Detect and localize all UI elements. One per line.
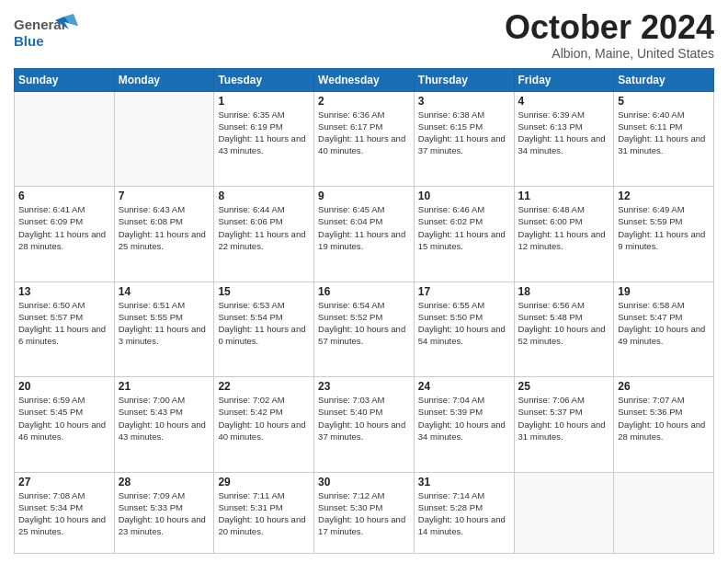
col-friday: Friday bbox=[514, 68, 614, 91]
day-info: Sunrise: 6:58 AM Sunset: 5:47 PM Dayligh… bbox=[618, 299, 710, 348]
calendar-cell: 6Sunrise: 6:41 AM Sunset: 6:09 PM Daylig… bbox=[15, 187, 115, 282]
calendar-cell: 25Sunrise: 7:06 AM Sunset: 5:37 PM Dayli… bbox=[514, 377, 614, 472]
day-number: 17 bbox=[418, 285, 510, 298]
col-monday: Monday bbox=[114, 68, 214, 91]
calendar-cell: 26Sunrise: 7:07 AM Sunset: 5:36 PM Dayli… bbox=[614, 377, 714, 472]
calendar-cell bbox=[114, 91, 214, 186]
day-number: 26 bbox=[618, 380, 710, 393]
calendar-cell: 3Sunrise: 6:38 AM Sunset: 6:15 PM Daylig… bbox=[414, 91, 514, 186]
day-number: 3 bbox=[418, 95, 510, 108]
day-number: 30 bbox=[318, 476, 410, 488]
day-info: Sunrise: 6:55 AM Sunset: 5:50 PM Dayligh… bbox=[418, 299, 510, 348]
calendar-cell: 17Sunrise: 6:55 AM Sunset: 5:50 PM Dayli… bbox=[414, 282, 514, 376]
logo-bird-icon: General Blue bbox=[14, 9, 78, 55]
calendar-cell: 8Sunrise: 6:44 AM Sunset: 6:06 PM Daylig… bbox=[214, 187, 314, 282]
calendar-cell: 7Sunrise: 6:43 AM Sunset: 6:08 PM Daylig… bbox=[114, 187, 214, 282]
day-info: Sunrise: 6:36 AM Sunset: 6:17 PM Dayligh… bbox=[318, 109, 410, 157]
calendar-cell: 1Sunrise: 6:35 AM Sunset: 6:19 PM Daylig… bbox=[214, 91, 314, 186]
calendar-table: Sunday Monday Tuesday Wednesday Thursday… bbox=[14, 68, 714, 554]
day-info: Sunrise: 6:46 AM Sunset: 6:02 PM Dayligh… bbox=[418, 203, 510, 252]
day-info: Sunrise: 7:03 AM Sunset: 5:40 PM Dayligh… bbox=[318, 394, 410, 442]
day-info: Sunrise: 7:07 AM Sunset: 5:36 PM Dayligh… bbox=[618, 394, 710, 442]
calendar-cell: 13Sunrise: 6:50 AM Sunset: 5:57 PM Dayli… bbox=[15, 282, 115, 376]
calendar-cell bbox=[614, 472, 714, 553]
day-info: Sunrise: 7:12 AM Sunset: 5:30 PM Dayligh… bbox=[318, 489, 410, 538]
day-info: Sunrise: 6:43 AM Sunset: 6:08 PM Dayligh… bbox=[119, 203, 210, 252]
day-info: Sunrise: 6:56 AM Sunset: 5:48 PM Dayligh… bbox=[518, 299, 610, 348]
day-number: 20 bbox=[18, 380, 110, 393]
logo: General Blue bbox=[14, 9, 78, 55]
day-number: 10 bbox=[418, 190, 510, 202]
day-number: 8 bbox=[218, 190, 310, 202]
page: General Blue October 2024 Albion, Maine,… bbox=[0, 0, 728, 563]
day-info: Sunrise: 6:53 AM Sunset: 5:54 PM Dayligh… bbox=[218, 299, 310, 348]
calendar-header-row: Sunday Monday Tuesday Wednesday Thursday… bbox=[15, 68, 714, 91]
calendar-cell: 9Sunrise: 6:45 AM Sunset: 6:04 PM Daylig… bbox=[314, 187, 415, 282]
calendar-cell: 27Sunrise: 7:08 AM Sunset: 5:34 PM Dayli… bbox=[15, 472, 115, 553]
calendar-cell: 14Sunrise: 6:51 AM Sunset: 5:55 PM Dayli… bbox=[114, 282, 214, 376]
day-info: Sunrise: 6:41 AM Sunset: 6:09 PM Dayligh… bbox=[18, 203, 110, 252]
calendar-cell: 16Sunrise: 6:54 AM Sunset: 5:52 PM Dayli… bbox=[314, 282, 415, 376]
calendar-cell: 18Sunrise: 6:56 AM Sunset: 5:48 PM Dayli… bbox=[514, 282, 614, 376]
day-info: Sunrise: 7:09 AM Sunset: 5:33 PM Dayligh… bbox=[119, 489, 210, 538]
calendar-cell bbox=[15, 91, 115, 186]
calendar-cell: 4Sunrise: 6:39 AM Sunset: 6:13 PM Daylig… bbox=[514, 91, 614, 186]
calendar-cell: 29Sunrise: 7:11 AM Sunset: 5:31 PM Dayli… bbox=[214, 472, 314, 553]
calendar-cell: 11Sunrise: 6:48 AM Sunset: 6:00 PM Dayli… bbox=[514, 187, 614, 282]
day-number: 1 bbox=[218, 95, 310, 108]
day-number: 25 bbox=[518, 380, 610, 393]
title-block: October 2024 Albion, Maine, United State… bbox=[505, 9, 714, 61]
day-number: 23 bbox=[318, 380, 410, 393]
calendar-cell: 31Sunrise: 7:14 AM Sunset: 5:28 PM Dayli… bbox=[414, 472, 514, 553]
calendar-cell: 28Sunrise: 7:09 AM Sunset: 5:33 PM Dayli… bbox=[114, 472, 214, 553]
col-saturday: Saturday bbox=[614, 68, 714, 91]
day-number: 11 bbox=[518, 190, 610, 202]
day-number: 29 bbox=[218, 476, 310, 488]
day-number: 13 bbox=[18, 285, 110, 298]
calendar-week-4: 20Sunrise: 6:59 AM Sunset: 5:45 PM Dayli… bbox=[15, 377, 714, 472]
calendar-cell: 19Sunrise: 6:58 AM Sunset: 5:47 PM Dayli… bbox=[614, 282, 714, 376]
day-number: 31 bbox=[418, 476, 510, 488]
day-number: 2 bbox=[318, 95, 410, 108]
day-info: Sunrise: 6:45 AM Sunset: 6:04 PM Dayligh… bbox=[318, 203, 410, 252]
svg-text:General: General bbox=[14, 17, 65, 32]
day-number: 4 bbox=[518, 95, 610, 108]
day-number: 22 bbox=[218, 380, 310, 393]
calendar-week-5: 27Sunrise: 7:08 AM Sunset: 5:34 PM Dayli… bbox=[15, 472, 714, 553]
calendar-cell: 5Sunrise: 6:40 AM Sunset: 6:11 PM Daylig… bbox=[614, 91, 714, 186]
day-number: 6 bbox=[18, 190, 110, 202]
day-info: Sunrise: 6:51 AM Sunset: 5:55 PM Dayligh… bbox=[119, 299, 210, 348]
day-info: Sunrise: 7:06 AM Sunset: 5:37 PM Dayligh… bbox=[518, 394, 610, 442]
month-title: October 2024 bbox=[505, 9, 714, 46]
day-info: Sunrise: 6:39 AM Sunset: 6:13 PM Dayligh… bbox=[518, 109, 610, 157]
day-info: Sunrise: 7:08 AM Sunset: 5:34 PM Dayligh… bbox=[18, 489, 110, 538]
day-number: 12 bbox=[618, 190, 710, 202]
day-info: Sunrise: 7:04 AM Sunset: 5:39 PM Dayligh… bbox=[418, 394, 510, 442]
day-info: Sunrise: 6:48 AM Sunset: 6:00 PM Dayligh… bbox=[518, 203, 610, 252]
col-wednesday: Wednesday bbox=[314, 68, 415, 91]
calendar-cell: 21Sunrise: 7:00 AM Sunset: 5:43 PM Dayli… bbox=[114, 377, 214, 472]
day-number: 15 bbox=[218, 285, 310, 298]
day-info: Sunrise: 6:49 AM Sunset: 5:59 PM Dayligh… bbox=[618, 203, 710, 252]
day-number: 27 bbox=[18, 476, 110, 488]
calendar-cell: 12Sunrise: 6:49 AM Sunset: 5:59 PM Dayli… bbox=[614, 187, 714, 282]
calendar-week-3: 13Sunrise: 6:50 AM Sunset: 5:57 PM Dayli… bbox=[15, 282, 714, 376]
col-tuesday: Tuesday bbox=[214, 68, 314, 91]
calendar-cell: 10Sunrise: 6:46 AM Sunset: 6:02 PM Dayli… bbox=[414, 187, 514, 282]
col-sunday: Sunday bbox=[15, 68, 115, 91]
day-number: 14 bbox=[119, 285, 210, 298]
day-info: Sunrise: 6:40 AM Sunset: 6:11 PM Dayligh… bbox=[618, 109, 710, 157]
day-number: 18 bbox=[518, 285, 610, 298]
calendar-cell bbox=[514, 472, 614, 553]
day-number: 5 bbox=[618, 95, 710, 108]
day-number: 24 bbox=[418, 380, 510, 393]
day-info: Sunrise: 7:02 AM Sunset: 5:42 PM Dayligh… bbox=[218, 394, 310, 442]
day-info: Sunrise: 6:35 AM Sunset: 6:19 PM Dayligh… bbox=[218, 109, 310, 157]
day-number: 19 bbox=[618, 285, 710, 298]
svg-text:Blue: Blue bbox=[14, 33, 44, 49]
day-info: Sunrise: 6:38 AM Sunset: 6:15 PM Dayligh… bbox=[418, 109, 510, 157]
calendar-cell: 2Sunrise: 6:36 AM Sunset: 6:17 PM Daylig… bbox=[314, 91, 415, 186]
day-number: 7 bbox=[119, 190, 210, 202]
calendar-cell: 23Sunrise: 7:03 AM Sunset: 5:40 PM Dayli… bbox=[314, 377, 415, 472]
day-info: Sunrise: 6:44 AM Sunset: 6:06 PM Dayligh… bbox=[218, 203, 310, 252]
